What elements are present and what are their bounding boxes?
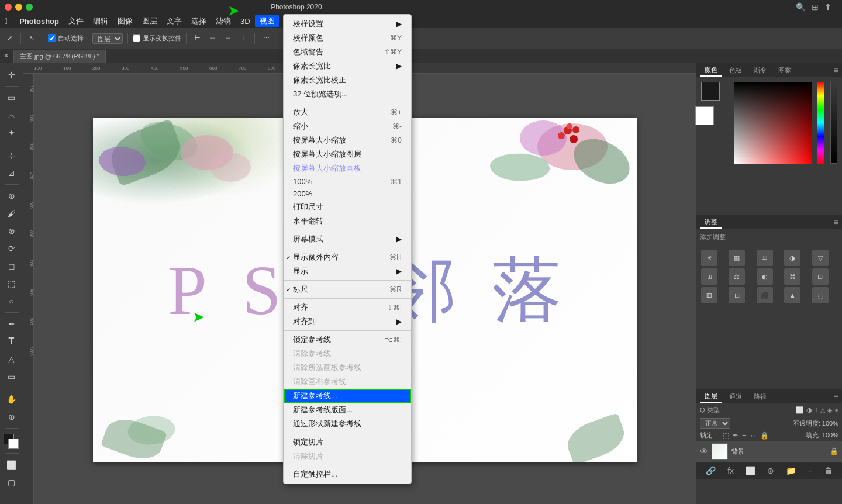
menu-item-label: 水平翻转 — [293, 216, 323, 226]
menu-item-fit-screen-artboard[interactable]: 按屏幕大小缩放画板 — [284, 161, 411, 175]
menu-item-touch-bar[interactable]: 自定触控栏... — [284, 467, 411, 481]
menu-item-label: 校样设置 — [293, 19, 323, 29]
menu-item-label: 缩小 — [293, 121, 308, 132]
dropdown-overlay[interactable]: 校样设置 ▶ 校样颜色 ⌘Y 色域警告 ⇧⌘Y 像素长宽比 ▶ 像素长宽比校正 … — [0, 0, 842, 504]
menu-item-label: 清除切片 — [293, 451, 323, 461]
menu-item-label: 对齐 — [293, 302, 308, 313]
menu-item-label: 按屏幕大小缩放画板 — [293, 163, 361, 174]
shortcut-label: ⌘0 — [391, 136, 402, 144]
submenu-arrow: ▶ — [396, 62, 402, 70]
menu-item-label: 新建参考线... — [293, 391, 337, 401]
menu-item-label: 32 位预览选项... — [293, 89, 348, 99]
menu-item-fit-screen-layer[interactable]: 按屏幕大小缩放图层 — [284, 147, 411, 161]
menu-item-label: 按屏幕大小缩放 — [293, 135, 346, 146]
menu-item-snap[interactable]: 对齐 ⇧⌘; — [284, 301, 411, 315]
submenu-arrow: ▶ — [396, 235, 402, 243]
menu-item-flip-h[interactable]: 水平翻转 — [284, 214, 411, 228]
menu-divider-6 — [284, 330, 411, 331]
menu-item-label: 锁定切片 — [293, 437, 323, 447]
menu-item-label: 100% — [293, 177, 312, 186]
menu-item-new-guide[interactable]: 新建参考线... — [284, 389, 411, 403]
menu-item-snap-to[interactable]: 对齐到 ▶ — [284, 315, 411, 329]
menu-item-label: 清除参考线 — [293, 348, 331, 359]
menu-item-zoom-out[interactable]: 缩小 ⌘- — [284, 119, 411, 133]
submenu-arrow: ▶ — [396, 317, 402, 326]
menu-item-clear-canvas-guides[interactable]: 清除画布参考线 — [284, 375, 411, 389]
menu-item-fit-screen[interactable]: 按屏幕大小缩放 ⌘0 — [284, 133, 411, 147]
menu-item-show-extras[interactable]: ✓ 显示额外内容 ⌘H — [284, 250, 411, 264]
shortcut-label: ⇧⌘Y — [384, 48, 402, 56]
menu-item-clear-artboard-guides[interactable]: 清除所选画板参考线 — [284, 361, 411, 375]
menu-item-pixel-ratio[interactable]: 像素长宽比 ▶ — [284, 59, 411, 73]
menu-item-clear-guides[interactable]: 清除参考线 — [284, 347, 411, 361]
menu-item-label: 校样颜色 — [293, 33, 323, 43]
menu-item-label: 显示额外内容 — [293, 252, 339, 263]
menu-item-100[interactable]: 100% ⌘1 — [284, 175, 411, 188]
shortcut-label: ⇧⌘; — [387, 303, 402, 312]
menu-item-show[interactable]: 显示 ▶ — [284, 264, 411, 278]
menu-item-lock-slices[interactable]: 锁定切片 — [284, 435, 411, 449]
menu-item-label: 色域警告 — [293, 47, 323, 57]
menu-item-label: 屏幕模式 — [293, 234, 323, 244]
menu-divider-4 — [284, 280, 411, 281]
menu-item-label: 按屏幕大小缩放图层 — [293, 149, 361, 160]
shortcut-label: ⌥⌘; — [385, 336, 402, 344]
menu-item-label: 放大 — [293, 107, 308, 118]
menu-item-new-guide-layout[interactable]: 新建参考线版面... — [284, 403, 411, 417]
menu-divider-2 — [284, 230, 411, 230]
menu-item-label: 新建参考线版面... — [293, 405, 353, 415]
menu-item-proof-setup[interactable]: 校样设置 ▶ — [284, 17, 411, 31]
menu-item-zoom-in[interactable]: 放大 ⌘+ — [284, 105, 411, 119]
shortcut-label: ⌘Y — [390, 34, 402, 42]
menu-item-clear-slices[interactable]: 清除切片 — [284, 449, 411, 463]
menu-divider-7 — [284, 433, 411, 433]
check-icon: ✓ — [286, 254, 291, 261]
menu-divider-3 — [284, 248, 411, 248]
menu-item-label: 200% — [293, 189, 312, 198]
menu-item-pixel-ratio-correct[interactable]: 像素长宽比校正 — [284, 73, 411, 87]
view-menu: 校样设置 ▶ 校样颜色 ⌘Y 色域警告 ⇧⌘Y 像素长宽比 ▶ 像素长宽比校正 … — [283, 14, 412, 484]
submenu-arrow: ▶ — [396, 267, 402, 275]
menu-item-proof-colors[interactable]: 校样颜色 ⌘Y — [284, 31, 411, 45]
menu-divider-5 — [284, 298, 411, 299]
shortcut-label: ⌘H — [389, 253, 402, 261]
menu-item-lock-guides[interactable]: 锁定参考线 ⌥⌘; — [284, 333, 411, 347]
menu-item-print-size[interactable]: 打印尺寸 — [284, 200, 411, 214]
menu-item-label: 像素长宽比校正 — [293, 75, 346, 85]
menu-item-label: 自定触控栏... — [293, 469, 337, 479]
menu-item-label: 通过形状新建参考线 — [293, 419, 361, 429]
menu-item-label: 标尺 — [293, 284, 308, 295]
menu-item-new-guide-shape[interactable]: 通过形状新建参考线 — [284, 417, 411, 431]
menu-item-200[interactable]: 200% — [284, 188, 411, 200]
menu-divider-8 — [284, 465, 411, 465]
check-icon: ✓ — [286, 286, 291, 294]
shortcut-label: ⌘+ — [391, 108, 402, 116]
menu-item-32bit[interactable]: 32 位预览选项... — [284, 87, 411, 101]
menu-item-label: 显示 — [293, 266, 308, 277]
shortcut-label: ⌘1 — [391, 178, 402, 186]
menu-item-label: 清除画布参考线 — [293, 377, 346, 387]
menu-item-gamut-warning[interactable]: 色域警告 ⇧⌘Y — [284, 45, 411, 59]
menu-item-label: 打印尺寸 — [293, 202, 323, 212]
menu-item-label: 清除所选画板参考线 — [293, 363, 361, 373]
menu-item-screen-mode[interactable]: 屏幕模式 ▶ — [284, 232, 411, 246]
menu-item-rulers[interactable]: ✓ 标尺 ⌘R — [284, 282, 411, 296]
shortcut-label: ⌘R — [389, 285, 402, 294]
menu-item-label: 对齐到 — [293, 316, 316, 327]
shortcut-label: ⌘- — [392, 122, 402, 130]
menu-item-label: 像素长宽比 — [293, 61, 331, 71]
submenu-arrow: ▶ — [396, 20, 402, 28]
menu-item-label: 锁定参考线 — [293, 334, 331, 345]
menu-divider-1 — [284, 103, 411, 103]
